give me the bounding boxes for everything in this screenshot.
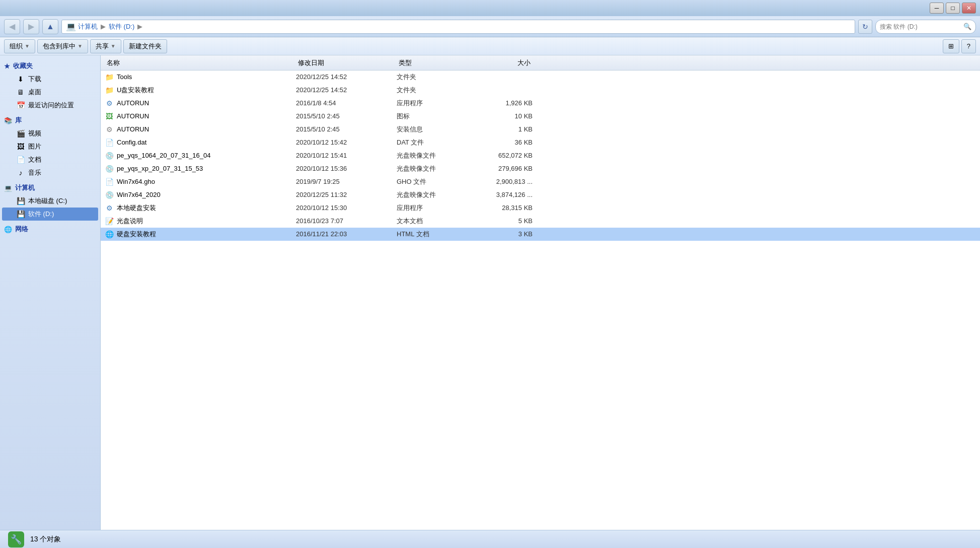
- file-name-cell: 💿 Win7x64_2020: [105, 190, 296, 199]
- column-headers: 名称 修改日期 类型 大小: [101, 55, 980, 71]
- table-row[interactable]: 🖼 AUTORUN 2015/5/10 2:45 图标 10 KB: [101, 110, 980, 123]
- sidebar-section-title[interactable]: ★收藏夹: [0, 59, 100, 73]
- file-icon: 📄: [105, 138, 114, 147]
- breadcrumb-sep2: ▶: [137, 23, 142, 30]
- sidebar-item[interactable]: 🖥桌面: [2, 86, 98, 99]
- file-date: 2015/5/10 2:45: [296, 125, 397, 133]
- minimize-button[interactable]: ─: [930, 3, 944, 14]
- breadcrumb-drive[interactable]: 软件 (D:): [109, 22, 134, 31]
- file-name: AUTORUN: [117, 112, 149, 120]
- sidebar-item[interactable]: ⬇下载: [2, 73, 98, 86]
- view-button[interactable]: ⊞: [943, 39, 959, 53]
- file-type: 图标: [397, 112, 472, 121]
- sidebar-item-label: 视频: [28, 129, 41, 138]
- sidebar-section-title[interactable]: 💻计算机: [0, 181, 100, 194]
- file-date: 2020/10/12 15:42: [296, 139, 397, 146]
- file-date: 2020/10/12 15:36: [296, 165, 397, 172]
- file-date: 2020/12/25 14:52: [296, 86, 397, 94]
- sidebar-item-icon: 💾: [16, 196, 25, 206]
- col-header-type[interactable]: 类型: [397, 58, 472, 67]
- file-date: 2020/10/12 15:41: [296, 152, 397, 159]
- sidebar-item[interactable]: ♪音乐: [2, 166, 98, 179]
- file-icon: ⚙: [105, 99, 114, 108]
- table-row[interactable]: 💿 pe_yqs_xp_20_07_31_15_53 2020/10/12 15…: [101, 162, 980, 175]
- col-header-date[interactable]: 修改日期: [296, 58, 397, 67]
- file-name-cell: 📄 Win7x64.gho: [105, 177, 296, 186]
- file-name-cell: 📁 Tools: [105, 73, 296, 82]
- file-size: 36 KB: [472, 139, 533, 146]
- nav-bar: ◀ ▶ ▲ 💻 计算机 ▶ 软件 (D:) ▶ ↻ 🔍: [0, 16, 980, 37]
- breadcrumb-computer[interactable]: 计算机: [78, 22, 98, 31]
- toolbar: 组织 ▼ 包含到库中 ▼ 共享 ▼ 新建文件夹 ⊞ ?: [0, 37, 980, 55]
- col-header-size[interactable]: 大小: [472, 58, 533, 67]
- title-bar: ─ □ ✕: [0, 0, 980, 16]
- breadcrumb-sep1: ▶: [101, 23, 106, 30]
- file-date: 2016/10/23 7:07: [296, 217, 397, 225]
- file-type: 文件夹: [397, 86, 472, 95]
- file-name: AUTORUN: [117, 125, 149, 133]
- sidebar-item[interactable]: 🖼图片: [2, 140, 98, 153]
- table-row[interactable]: 📄 Win7x64.gho 2019/9/7 19:25 GHO 文件 2,90…: [101, 175, 980, 188]
- sidebar-item-icon: ♪: [16, 168, 25, 177]
- organize-label: 组织: [10, 42, 23, 51]
- table-row[interactable]: 📝 光盘说明 2016/10/23 7:07 文本文档 5 KB: [101, 215, 980, 228]
- refresh-button[interactable]: ↻: [858, 20, 872, 34]
- file-name: Win7x64.gho: [117, 178, 155, 185]
- maximize-button[interactable]: □: [946, 3, 960, 14]
- file-type: 安装信息: [397, 125, 472, 134]
- sidebar-section-title[interactable]: 🌐网络: [0, 223, 100, 236]
- sidebar-section-title[interactable]: 📚库: [0, 114, 100, 127]
- sidebar-item[interactable]: 💾本地磁盘 (C:): [2, 194, 98, 208]
- sidebar-item[interactable]: 🎬视频: [2, 127, 98, 140]
- table-row[interactable]: 📁 Tools 2020/12/25 14:52 文件夹: [101, 71, 980, 84]
- up-button[interactable]: ▲: [42, 19, 58, 34]
- file-type: 应用程序: [397, 203, 472, 213]
- sidebar-item[interactable]: 📄文档: [2, 153, 98, 166]
- table-row[interactable]: 💿 Win7x64_2020 2020/12/25 11:32 光盘映像文件 3…: [101, 188, 980, 201]
- include-library-dropdown-arrow: ▼: [78, 43, 83, 49]
- sidebar-item-icon: ⬇: [16, 75, 25, 84]
- file-name: 光盘说明: [117, 217, 143, 226]
- file-icon: 📁: [105, 86, 114, 95]
- file-name-cell: 💿 pe_yqs_xp_20_07_31_15_53: [105, 164, 296, 173]
- table-row[interactable]: ⚙ AUTORUN 2016/1/8 4:54 应用程序 1,926 KB: [101, 97, 980, 110]
- sidebar-item-label: 下载: [28, 75, 41, 84]
- sidebar-item-label: 软件 (D:): [28, 210, 54, 219]
- new-folder-button[interactable]: 新建文件夹: [123, 39, 167, 53]
- breadcrumb[interactable]: 💻 计算机 ▶ 软件 (D:) ▶: [61, 20, 855, 34]
- sidebar-item-icon: 💾: [16, 210, 25, 219]
- sidebar-item-icon: 🖼: [16, 142, 25, 151]
- share-button[interactable]: 共享 ▼: [90, 39, 121, 53]
- table-row[interactable]: 📁 U盘安装教程 2020/12/25 14:52 文件夹: [101, 84, 980, 97]
- share-dropdown-arrow: ▼: [111, 43, 116, 49]
- sidebar-item[interactable]: 💾软件 (D:): [2, 208, 98, 221]
- file-name: AUTORUN: [117, 99, 149, 107]
- file-name-cell: 💿 pe_yqs_1064_20_07_31_16_04: [105, 151, 296, 160]
- sidebar-item-label: 音乐: [28, 168, 41, 177]
- forward-button[interactable]: ▶: [23, 19, 39, 34]
- back-button[interactable]: ◀: [4, 19, 20, 34]
- file-icon: 💿: [105, 151, 114, 160]
- col-header-name[interactable]: 名称: [105, 58, 296, 67]
- file-name: Config.dat: [117, 139, 146, 146]
- include-library-button[interactable]: 包含到库中 ▼: [37, 39, 88, 53]
- close-button[interactable]: ✕: [962, 3, 976, 14]
- section-icon: 💻: [4, 184, 12, 192]
- table-row[interactable]: ⚙ 本地硬盘安装 2020/10/12 15:30 应用程序 28,315 KB: [101, 201, 980, 215]
- sidebar-item-label: 文档: [28, 155, 41, 164]
- organize-button[interactable]: 组织 ▼: [4, 39, 35, 53]
- file-type: DAT 文件: [397, 138, 472, 147]
- file-name-cell: ⚙ AUTORUN: [105, 125, 296, 134]
- table-row[interactable]: 💿 pe_yqs_1064_20_07_31_16_04 2020/10/12 …: [101, 149, 980, 162]
- file-type: 应用程序: [397, 99, 472, 108]
- table-row[interactable]: 🌐 硬盘安装教程 2016/11/21 22:03 HTML 文档 3 KB: [101, 228, 980, 241]
- table-row[interactable]: ⚙ AUTORUN 2015/5/10 2:45 安装信息 1 KB: [101, 123, 980, 136]
- sidebar-item-icon: 📄: [16, 155, 25, 164]
- file-name-cell: ⚙ 本地硬盘安装: [105, 203, 296, 213]
- table-row[interactable]: 📄 Config.dat 2020/10/12 15:42 DAT 文件 36 …: [101, 136, 980, 149]
- sidebar-item[interactable]: 📅最近访问的位置: [2, 99, 98, 112]
- search-bar[interactable]: 🔍: [875, 20, 976, 34]
- search-input[interactable]: [880, 23, 961, 30]
- help-button[interactable]: ?: [961, 39, 976, 53]
- file-date: 2016/1/8 4:54: [296, 99, 397, 107]
